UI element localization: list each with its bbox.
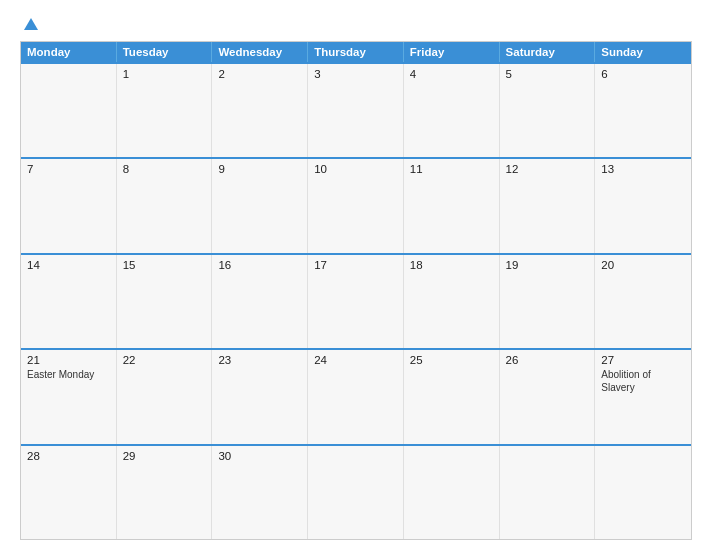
- cal-cell: [21, 64, 117, 157]
- cal-cell: 8: [117, 159, 213, 252]
- cal-cell: 20: [595, 255, 691, 348]
- cal-cell: 23: [212, 350, 308, 443]
- cal-cell: 22: [117, 350, 213, 443]
- cal-cell: 25: [404, 350, 500, 443]
- day-number: 12: [506, 163, 589, 175]
- cal-cell: 30: [212, 446, 308, 539]
- cal-cell: [308, 446, 404, 539]
- day-number: 5: [506, 68, 589, 80]
- cal-cell: 27Abolition of Slavery: [595, 350, 691, 443]
- header-tuesday: Tuesday: [117, 42, 213, 62]
- day-number: 10: [314, 163, 397, 175]
- cal-cell: 15: [117, 255, 213, 348]
- cal-cell: 11: [404, 159, 500, 252]
- header-wednesday: Wednesday: [212, 42, 308, 62]
- day-number: 16: [218, 259, 301, 271]
- day-number: 15: [123, 259, 206, 271]
- logo-triangle-icon: [24, 18, 38, 30]
- header-friday: Friday: [404, 42, 500, 62]
- calendar-week-1: 123456: [21, 62, 691, 157]
- calendar-body: 123456789101112131415161718192021Easter …: [21, 62, 691, 539]
- cal-cell: 29: [117, 446, 213, 539]
- cal-cell: 7: [21, 159, 117, 252]
- cal-cell: 12: [500, 159, 596, 252]
- day-number: 8: [123, 163, 206, 175]
- cal-cell: 13: [595, 159, 691, 252]
- calendar-page: Monday Tuesday Wednesday Thursday Friday…: [0, 0, 712, 550]
- cal-cell: 3: [308, 64, 404, 157]
- cal-cell: 5: [500, 64, 596, 157]
- header-monday: Monday: [21, 42, 117, 62]
- day-number: 29: [123, 450, 206, 462]
- day-number: 23: [218, 354, 301, 366]
- day-number: 27: [601, 354, 685, 366]
- calendar-week-3: 14151617181920: [21, 253, 691, 348]
- cal-cell: 6: [595, 64, 691, 157]
- day-number: 22: [123, 354, 206, 366]
- day-number: 3: [314, 68, 397, 80]
- day-number: 26: [506, 354, 589, 366]
- day-number: 24: [314, 354, 397, 366]
- cal-cell: [500, 446, 596, 539]
- cal-cell: 24: [308, 350, 404, 443]
- day-number: 13: [601, 163, 685, 175]
- calendar: Monday Tuesday Wednesday Thursday Friday…: [20, 41, 692, 540]
- cal-cell: 17: [308, 255, 404, 348]
- header-saturday: Saturday: [500, 42, 596, 62]
- day-number: 1: [123, 68, 206, 80]
- header-thursday: Thursday: [308, 42, 404, 62]
- cal-event: Abolition of Slavery: [601, 368, 685, 394]
- day-number: 18: [410, 259, 493, 271]
- cal-event: Easter Monday: [27, 368, 110, 381]
- cal-cell: 16: [212, 255, 308, 348]
- page-header: [20, 18, 692, 31]
- day-number: 17: [314, 259, 397, 271]
- cal-cell: 26: [500, 350, 596, 443]
- calendar-week-2: 78910111213: [21, 157, 691, 252]
- day-number: 11: [410, 163, 493, 175]
- day-number: 6: [601, 68, 685, 80]
- day-number: 30: [218, 450, 301, 462]
- cal-cell: [404, 446, 500, 539]
- cal-cell: 1: [117, 64, 213, 157]
- day-number: 4: [410, 68, 493, 80]
- cal-cell: [595, 446, 691, 539]
- cal-cell: 9: [212, 159, 308, 252]
- cal-cell: 18: [404, 255, 500, 348]
- calendar-week-4: 21Easter Monday222324252627Abolition of …: [21, 348, 691, 443]
- header-sunday: Sunday: [595, 42, 691, 62]
- day-number: 14: [27, 259, 110, 271]
- cal-cell: 21Easter Monday: [21, 350, 117, 443]
- cal-cell: 10: [308, 159, 404, 252]
- cal-cell: 2: [212, 64, 308, 157]
- logo: [20, 18, 38, 31]
- day-number: 2: [218, 68, 301, 80]
- calendar-week-5: 282930: [21, 444, 691, 539]
- cal-cell: 28: [21, 446, 117, 539]
- day-number: 20: [601, 259, 685, 271]
- day-number: 21: [27, 354, 110, 366]
- cal-cell: 14: [21, 255, 117, 348]
- day-number: 25: [410, 354, 493, 366]
- day-number: 19: [506, 259, 589, 271]
- day-number: 7: [27, 163, 110, 175]
- day-number: 28: [27, 450, 110, 462]
- calendar-header: Monday Tuesday Wednesday Thursday Friday…: [21, 42, 691, 62]
- cal-cell: 4: [404, 64, 500, 157]
- cal-cell: 19: [500, 255, 596, 348]
- day-number: 9: [218, 163, 301, 175]
